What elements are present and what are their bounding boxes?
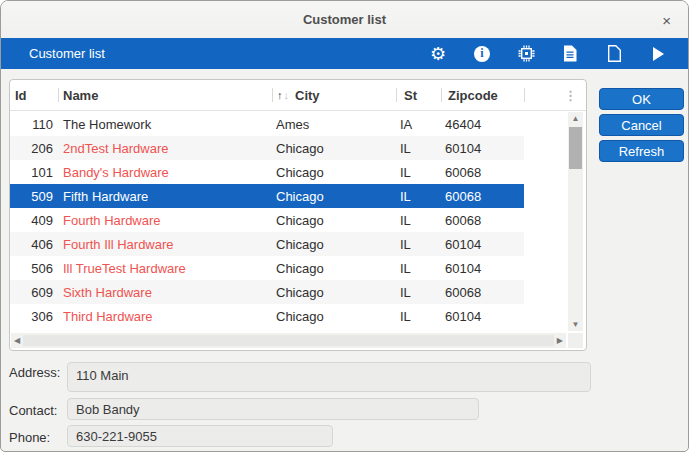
table-row[interactable]: 306 Third Hardware Chicago IL 60104: [10, 304, 524, 328]
horizontal-scrollbar[interactable]: ◀ ▶: [11, 333, 566, 348]
run-play-icon[interactable]: [649, 45, 667, 63]
address-field[interactable]: 110 Main: [67, 362, 591, 392]
scroll-down-icon[interactable]: ▼: [568, 320, 583, 329]
cancel-button[interactable]: Cancel: [599, 114, 684, 136]
table-row[interactable]: 609 Sixth Hardware Chicago IL 60068: [10, 280, 524, 304]
customer-list-window: Customer list × Customer list ⚙ i: [0, 0, 689, 452]
column-header-st[interactable]: St: [396, 80, 441, 110]
refresh-button[interactable]: Refresh: [599, 140, 684, 162]
table-row[interactable]: 110 The Homework Ames IA 46404: [10, 112, 524, 136]
scroll-left-icon[interactable]: ◀: [11, 336, 23, 345]
table-body: 110 The Homework Ames IA 46404 206 2ndTe…: [10, 112, 524, 328]
table-row[interactable]: 506 Ill TrueTest Hardware Chicago IL 601…: [10, 256, 524, 280]
window-title: Customer list: [303, 12, 386, 27]
contact-field[interactable]: [67, 398, 479, 420]
column-header-zipcode[interactable]: Zipcode: [441, 80, 524, 110]
sort-ascending-icon: ↑: [277, 89, 283, 101]
table-row[interactable]: 206 2ndTest Hardware Chicago IL 60104: [10, 136, 524, 160]
address-label: Address:: [9, 365, 60, 380]
scroll-up-icon[interactable]: ▲: [568, 114, 583, 123]
ok-button[interactable]: OK: [599, 88, 684, 110]
column-header-city[interactable]: ↑ ↓ City: [272, 80, 396, 110]
close-icon[interactable]: ×: [658, 10, 675, 29]
table-header: Id Name ↑ ↓ City St Zipcode ⋮: [10, 80, 586, 111]
document-blank-icon[interactable]: [605, 45, 623, 63]
scrollbar-corner: [568, 333, 583, 348]
table-row[interactable]: 409 Fourth Hardware Chicago IL 60068: [10, 208, 524, 232]
column-options-icon[interactable]: ⋮: [562, 87, 579, 104]
customer-table: Id Name ↑ ↓ City St Zipcode ⋮ 110 The Ho…: [9, 79, 587, 351]
settings-gear-icon[interactable]: ⚙: [429, 45, 447, 63]
table-row-selected[interactable]: 509 Fifth Hardware Chicago IL 60068: [10, 184, 524, 208]
toolbar-title: Customer list: [29, 46, 105, 61]
horizontal-scrollbar-thumb[interactable]: [23, 335, 554, 346]
table-row[interactable]: 101 Bandy's Hardware Chicago IL 60068: [10, 160, 524, 184]
sort-descending-icon: ↓: [284, 89, 290, 101]
column-header-id[interactable]: Id: [10, 80, 58, 110]
column-header-filler: [524, 80, 567, 110]
document-text-icon[interactable]: [561, 45, 579, 63]
toolbar-icon-group: ⚙ i: [429, 45, 667, 63]
vertical-scrollbar[interactable]: ▲ ▼: [568, 112, 583, 331]
vertical-scrollbar-thumb[interactable]: [569, 127, 582, 169]
toolbar: Customer list ⚙ i: [1, 38, 688, 69]
dialog-button-group: OK Cancel Refresh: [599, 88, 684, 162]
table-row[interactable]: 406 Fourth Ill Hardware Chicago IL 60104: [10, 232, 524, 256]
phone-field[interactable]: [67, 425, 333, 447]
column-header-name[interactable]: Name: [58, 80, 272, 110]
contact-label: Contact:: [9, 403, 57, 418]
phone-label: Phone:: [9, 430, 50, 445]
info-icon[interactable]: i: [473, 45, 491, 63]
chip-icon[interactable]: [517, 45, 535, 63]
scroll-right-icon[interactable]: ▶: [554, 336, 566, 345]
window-titlebar: Customer list ×: [1, 1, 688, 38]
